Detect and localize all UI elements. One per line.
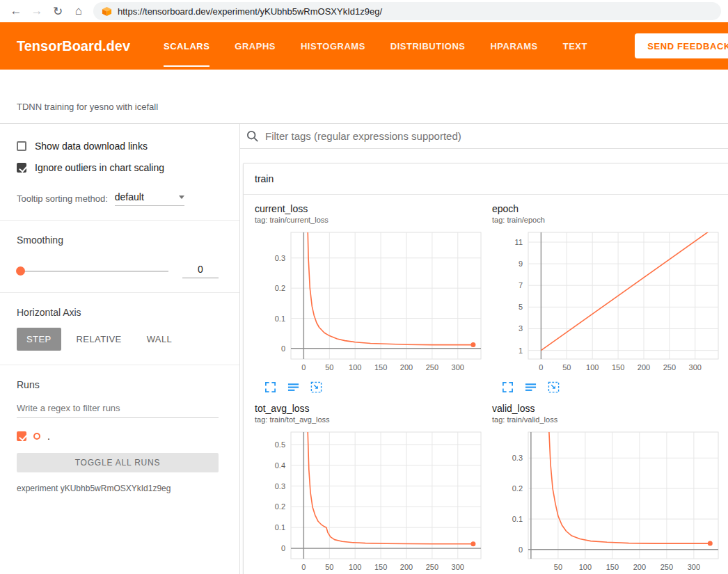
fit-domain-icon[interactable] <box>310 381 322 393</box>
smoothing-slider-knob[interactable] <box>16 266 25 276</box>
svg-text:100: 100 <box>586 363 599 372</box>
tab-hparams[interactable]: HPARAMS <box>490 22 537 70</box>
toggle-y-axis-icon[interactable] <box>525 381 537 393</box>
svg-text:150: 150 <box>606 563 619 571</box>
horizontal-axis-label: Horizontal Axis <box>17 307 219 318</box>
chart-title: epoch <box>492 203 725 214</box>
show-download-links-row[interactable]: Show data download links <box>17 141 219 152</box>
back-icon[interactable]: ← <box>6 4 26 18</box>
show-download-links-checkbox[interactable] <box>17 141 26 151</box>
browser-toolbar: ← → ↻ ⌂ https://tensorboard.dev/experime… <box>0 0 728 22</box>
svg-text:0.1: 0.1 <box>275 523 285 532</box>
chart-toolbar <box>502 381 725 393</box>
run-checkbox[interactable] <box>17 431 26 441</box>
ignore-outliers-label: Ignore outliers in chart scaling <box>35 162 164 173</box>
chart-tag: tag: train/current_loss <box>255 216 488 224</box>
settings-sidebar: Show data download links Ignore outliers… <box>0 124 240 574</box>
tensorboard-favicon-icon <box>102 6 112 17</box>
tag-filter-row <box>240 124 728 149</box>
smoothing-value-input[interactable]: 0 <box>182 264 219 278</box>
svg-text:0.2: 0.2 <box>275 502 285 511</box>
axis-relative-button[interactable]: RELATIVE <box>67 328 132 351</box>
runs-filter-input[interactable] <box>17 399 219 418</box>
svg-text:200: 200 <box>400 363 413 372</box>
svg-text:7: 7 <box>519 281 523 289</box>
toggle-y-axis-icon[interactable] <box>287 381 299 393</box>
horizontal-axis-selector: STEP RELATIVE WALL <box>17 328 219 351</box>
run-name: . <box>47 431 50 442</box>
svg-text:250: 250 <box>426 363 438 372</box>
svg-text:1: 1 <box>519 346 523 355</box>
tab-histograms[interactable]: HISTOGRAMS <box>301 22 365 70</box>
expand-chart-icon[interactable] <box>502 381 514 393</box>
svg-text:0.1: 0.1 <box>512 515 523 523</box>
ignore-outliers-row[interactable]: Ignore outliers in chart scaling <box>17 162 219 173</box>
svg-text:0: 0 <box>281 544 285 552</box>
svg-text:0: 0 <box>281 344 285 353</box>
svg-text:0: 0 <box>301 363 306 372</box>
svg-text:0.3: 0.3 <box>275 482 285 491</box>
svg-text:50: 50 <box>325 363 333 372</box>
divider <box>0 365 239 365</box>
chart-card-valid-loss: valid_loss tag: train/valid_loss 00.10.2… <box>492 403 725 574</box>
expand-chart-icon[interactable] <box>264 381 276 393</box>
tab-distributions[interactable]: DISTRIBUTIONS <box>390 22 466 70</box>
scalar-chart-epoch[interactable]: 1357911050100150200250300 <box>492 228 725 376</box>
tab-scalars[interactable]: SCALARS <box>164 22 209 70</box>
svg-text:200: 200 <box>400 563 413 571</box>
experiment-title: TDNN training for yesno with icefall <box>17 102 158 112</box>
reload-icon[interactable]: ↻ <box>47 4 68 19</box>
smoothing-label: Smoothing <box>17 234 219 246</box>
svg-text:100: 100 <box>349 363 361 372</box>
svg-text:100: 100 <box>349 563 361 571</box>
chart-tag: tag: train/tot_avg_loss <box>255 415 488 424</box>
top-nav: SCALARS GRAPHS HISTOGRAMS DISTRIBUTIONS … <box>164 22 587 70</box>
run-row[interactable]: . <box>17 431 219 442</box>
divider <box>0 220 239 221</box>
svg-text:0.5: 0.5 <box>275 440 285 449</box>
chevron-down-icon <box>179 196 184 199</box>
svg-text:250: 250 <box>426 563 438 571</box>
svg-text:0.4: 0.4 <box>275 461 285 470</box>
chart-card-epoch: epoch tag: train/epoch 13579110501001502… <box>492 203 725 393</box>
chart-title: valid_loss <box>492 403 725 414</box>
brand-logo[interactable]: TensorBoard.dev <box>17 38 130 54</box>
svg-text:300: 300 <box>452 563 464 571</box>
svg-text:300: 300 <box>452 363 464 372</box>
tab-text[interactable]: TEXT <box>563 22 587 70</box>
svg-text:50: 50 <box>325 563 333 571</box>
chart-card-tot-avg-loss: tot_avg_loss tag: train/tot_avg_loss 00.… <box>255 403 488 574</box>
axis-wall-button[interactable]: WALL <box>137 328 182 351</box>
fit-domain-icon[interactable] <box>548 381 560 393</box>
forward-icon[interactable]: → <box>26 4 47 18</box>
svg-text:250: 250 <box>660 563 673 571</box>
tab-graphs[interactable]: GRAPHS <box>235 22 276 70</box>
toggle-all-runs-button[interactable]: TOGGLE ALL RUNS <box>17 453 219 472</box>
svg-text:150: 150 <box>612 363 624 372</box>
show-download-links-label: Show data download links <box>35 141 148 152</box>
tooltip-sorting-dropdown[interactable]: default <box>115 191 184 206</box>
scalar-chart-tot-avg-loss[interactable]: 00.10.20.30.40.5050100150200250300 <box>255 428 488 574</box>
chart-card-current-loss: current_loss tag: train/current_loss 00.… <box>255 203 488 393</box>
charts-grid: current_loss tag: train/current_loss 00.… <box>244 195 728 574</box>
chart-title: current_loss <box>255 203 488 214</box>
svg-text:0.2: 0.2 <box>512 484 523 493</box>
send-feedback-button[interactable]: SEND FEEDBACK <box>635 33 728 58</box>
tooltip-sorting-label: Tooltip sorting method: <box>17 193 108 206</box>
svg-text:150: 150 <box>374 363 387 372</box>
train-tag-group-card: train current_loss tag: train/current_lo… <box>243 163 728 574</box>
scalar-chart-valid-loss[interactable]: 00.10.20.350100150200250300 <box>492 428 725 574</box>
tag-group-header[interactable]: train <box>244 164 728 195</box>
tag-filter-input[interactable] <box>265 130 728 142</box>
svg-text:300: 300 <box>688 563 700 571</box>
url-bar[interactable]: https://tensorboard.dev/experiment/yKUbh… <box>93 2 721 20</box>
svg-text:9: 9 <box>519 260 523 268</box>
svg-text:300: 300 <box>689 363 702 372</box>
smoothing-slider[interactable] <box>17 271 168 272</box>
ignore-outliers-checkbox[interactable] <box>17 163 26 173</box>
axis-step-button[interactable]: STEP <box>17 328 61 351</box>
svg-text:150: 150 <box>374 563 387 571</box>
home-icon[interactable]: ⌂ <box>68 4 89 18</box>
svg-text:200: 200 <box>633 563 646 571</box>
scalar-chart-current-loss[interactable]: 00.10.20.3050100150200250300 <box>255 228 488 376</box>
